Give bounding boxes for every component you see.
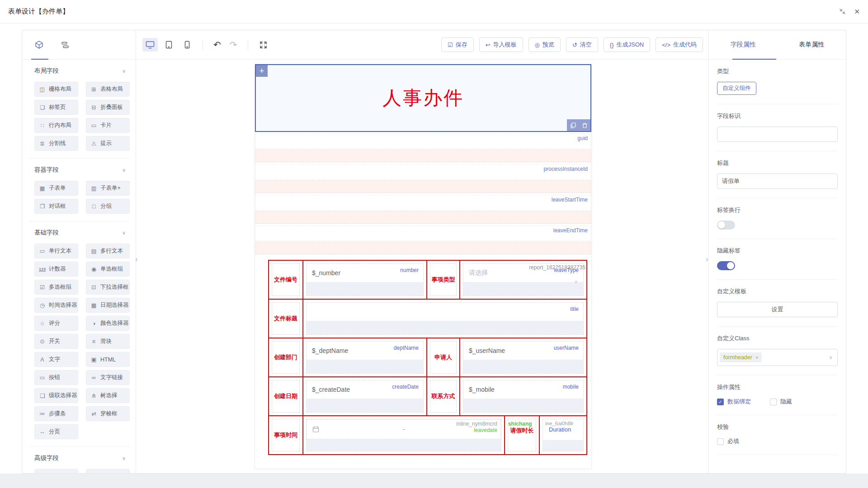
- hidden-field-strip[interactable]: [255, 242, 591, 254]
- input-cell-title[interactable]: title: [303, 300, 586, 338]
- custom-class-select[interactable]: formheader × ∨: [717, 349, 838, 366]
- field-item-grid-layout[interactable]: ◫栅格布局: [34, 82, 78, 97]
- field-item-cascader[interactable]: ❑级联选择器: [34, 388, 78, 403]
- field-item-subform-plus[interactable]: ▥子表单+: [86, 181, 130, 196]
- field-item-pagination[interactable]: ↔分页: [34, 424, 78, 439]
- field-item-single-line-text[interactable]: ▭单行文本: [34, 244, 78, 258]
- required-checkbox[interactable]: 必填: [717, 437, 838, 446]
- input-cell-mobile[interactable]: mobile $_mobile: [460, 377, 586, 415]
- field-id-input[interactable]: [717, 127, 838, 142]
- label-cell-applicant[interactable]: 申请人: [427, 338, 460, 376]
- label-cell-leave-duration[interactable]: shichang 请假时长: [505, 416, 540, 454]
- device-mobile-button[interactable]: [179, 38, 195, 52]
- input-cell-duration[interactable]: ine_6ai0h8lr Duration: [540, 416, 586, 454]
- copy-icon[interactable]: [567, 119, 579, 131]
- close-icon[interactable]: ✕: [854, 8, 860, 16]
- field-item-inline-layout[interactable]: ∷行内布局: [34, 118, 78, 133]
- field-item-dialog[interactable]: ❐对话框: [34, 199, 78, 214]
- tab-field-properties[interactable]: 字段属性: [709, 30, 778, 59]
- field-item-steps[interactable]: ≔步骤条: [34, 406, 78, 421]
- label-wrap-toggle-off[interactable]: [717, 221, 735, 230]
- tag-remove-icon[interactable]: ×: [755, 355, 758, 360]
- title-input[interactable]: [717, 174, 838, 189]
- section-header[interactable]: 容器字段 ∨: [28, 166, 129, 174]
- input-cell-number[interactable]: number $_number: [303, 261, 427, 299]
- hide-label-toggle-on[interactable]: [717, 261, 735, 270]
- tab-structure-icon[interactable]: [61, 41, 69, 49]
- label-cell-create-dept[interactable]: 创建部门: [269, 338, 303, 376]
- field-item-subform[interactable]: ▦子表单: [34, 181, 78, 196]
- field-item-alert[interactable]: ⚠提示: [86, 136, 130, 151]
- field-item-radio-group[interactable]: ◉单选框组: [86, 262, 130, 277]
- device-desktop-button[interactable]: [142, 38, 158, 52]
- hidden-field-process-instance-id[interactable]: processInstanceId: [255, 164, 591, 193]
- field-item-collapse-panel[interactable]: ⊟折叠面板: [86, 100, 130, 115]
- field-item-time-picker[interactable]: ◷时间选择器: [34, 298, 78, 313]
- save-button[interactable]: ☑保存: [441, 38, 474, 52]
- field-item-custom-area[interactable]: ▧自定义区域: [34, 469, 78, 473]
- field-item-group[interactable]: □分组: [86, 199, 130, 214]
- field-item-checkbox-group[interactable]: ☑多选框组: [34, 280, 78, 295]
- field-item-date-picker[interactable]: ▦日期选择器: [86, 298, 130, 313]
- redo-icon[interactable]: ↷: [227, 40, 240, 49]
- collapse-left-panel-handle[interactable]: ‹: [133, 253, 140, 266]
- type-tag-button[interactable]: 自定义组件: [717, 82, 756, 95]
- undo-icon[interactable]: ↶: [211, 40, 224, 49]
- clear-button[interactable]: ↺清空: [566, 38, 598, 52]
- hidden-field-guid[interactable]: guid: [255, 133, 591, 162]
- section-header[interactable]: 基础字段 ∨: [28, 229, 129, 237]
- label-cell-matter-time[interactable]: 事项时间: [269, 416, 303, 454]
- field-item-transfer[interactable]: ⇄穿梭框: [86, 406, 130, 421]
- fullscreen-icon[interactable]: [259, 41, 267, 49]
- import-template-button[interactable]: ↩导入模板: [479, 38, 523, 52]
- hidden-field-strip[interactable]: [255, 211, 591, 224]
- label-cell-file-title[interactable]: 文件标题: [269, 300, 303, 338]
- field-item-button[interactable]: ▭按钮: [34, 370, 78, 385]
- data-binding-checkbox[interactable]: ✓ 数据绑定: [717, 398, 751, 406]
- hidden-field-leave-end-time[interactable]: leaveEndTime: [255, 225, 591, 254]
- collapse-right-panel-handle[interactable]: ›: [704, 253, 710, 266]
- generate-json-button[interactable]: {}生成JSON: [604, 38, 650, 52]
- settings-button[interactable]: 设置: [717, 302, 838, 317]
- field-item-html[interactable]: ▣HTML: [86, 352, 130, 367]
- delete-icon[interactable]: [579, 119, 590, 131]
- label-cell-matter-type[interactable]: 事项类型: [427, 261, 460, 299]
- hidden-field-leave-start-time[interactable]: leaveStartTime: [255, 195, 591, 224]
- field-item-slider[interactable]: ≡滑块: [86, 334, 130, 349]
- preview-button[interactable]: ◎预览: [528, 38, 561, 52]
- field-item-tree-select[interactable]: ⋔树选择: [86, 388, 130, 403]
- field-item-switch[interactable]: ⊙开关: [34, 334, 78, 349]
- field-item-text[interactable]: A文字: [34, 352, 78, 367]
- collapse-window-icon[interactable]: [839, 8, 846, 15]
- field-item-divider[interactable]: ≣分割线: [34, 136, 78, 151]
- hidden-field-strip[interactable]: [255, 150, 591, 162]
- hidden-field-strip[interactable]: [255, 180, 591, 193]
- hidden-checkbox[interactable]: 隐藏: [770, 398, 792, 406]
- field-item-table-layout[interactable]: ⊞表格布局: [86, 82, 130, 97]
- tab-form-properties[interactable]: 表单属性: [778, 30, 846, 59]
- input-cell-user-name[interactable]: userName $_userName: [460, 338, 586, 376]
- field-item-select[interactable]: ⊡下拉选择框: [86, 280, 130, 295]
- field-item-multi-line-text[interactable]: ▤多行文本: [86, 244, 130, 258]
- field-item-counter[interactable]: 123计数器: [34, 262, 78, 277]
- field-item-text-link[interactable]: ∞文字链接: [86, 370, 130, 385]
- input-cell-create-date[interactable]: createDate $_createDate: [303, 377, 427, 415]
- field-item-card[interactable]: ▭卡片: [86, 118, 130, 133]
- duration-widget[interactable]: ine_6ai0h8lr Duration: [543, 419, 583, 451]
- input-cell-dept-name[interactable]: deptName $_deptName: [303, 338, 427, 376]
- field-item-color-picker[interactable]: ◑颜色选择器: [86, 316, 130, 331]
- date-range-cell-leavedate[interactable]: inline_nym8mcrd leavedate: [303, 416, 505, 454]
- section-header[interactable]: 布局字段 ∨: [28, 67, 129, 75]
- generate-code-button[interactable]: </>生成代码: [656, 38, 703, 52]
- label-cell-contact[interactable]: 联系方式: [427, 377, 460, 415]
- field-item-tabs[interactable]: ❏标签页: [34, 100, 78, 115]
- drag-move-handle[interactable]: +: [256, 65, 268, 77]
- form-header-component-selected[interactable]: + 人事办件: [255, 64, 591, 132]
- section-header[interactable]: 高级字段 ∨: [28, 454, 129, 462]
- label-cell-file-number[interactable]: 文件编号: [269, 261, 303, 299]
- field-item-custom-component[interactable]: ◇自定义组件: [86, 469, 130, 473]
- tab-components-cube-icon[interactable]: [35, 41, 43, 49]
- device-tablet-button[interactable]: [161, 38, 176, 52]
- label-cell-create-date[interactable]: 创建日期: [269, 377, 303, 415]
- field-item-rate[interactable]: ☆评分: [34, 316, 78, 331]
